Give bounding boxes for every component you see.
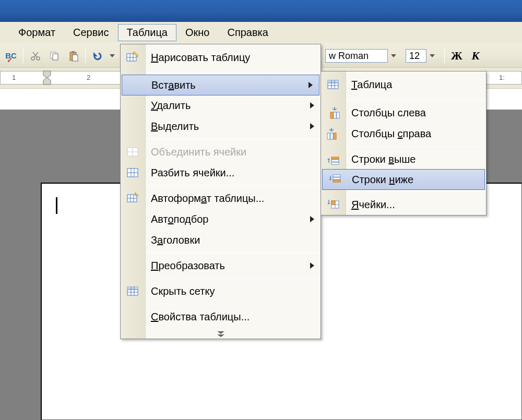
submenu-arrow-icon [309,82,313,88]
menu-item[interactable]: Заголовки [121,230,321,250]
menu-separator [146,253,321,253]
menu-separator [346,191,486,192]
svg-rect-38 [330,112,333,118]
font-name-text: w Roman [329,51,369,61]
ruler-tick: 2 [87,74,90,81]
menu-item[interactable]: Свойства таблицы... [121,306,321,327]
menu-window[interactable]: Окно [176,24,218,41]
menu-item[interactable]: Таблица [321,71,486,98]
font-size-field[interactable]: 12 [406,49,426,63]
text-cursor [56,197,57,214]
svg-rect-36 [334,112,336,118]
undo-dropdown-icon[interactable] [108,49,117,63]
submenu-arrow-icon [310,102,314,109]
menu-item-label: Свойства таблицы... [151,311,250,323]
menu-separator [146,278,321,279]
font-name-dropdown-icon[interactable] [389,49,398,63]
menu-item[interactable]: Вставить [122,75,319,95]
font-size-text: 12 [409,51,420,61]
draw-table-icon [125,50,140,65]
menu-item[interactable]: Ячейки... [321,194,486,215]
menu-item[interactable]: Нарисовать таблицу [121,44,321,70]
menu-item[interactable]: Автоподбор [121,209,321,230]
menu-separator [146,73,321,73]
menu-item[interactable]: Скрыть сетку [121,281,321,302]
indent-marker-icon[interactable] [42,70,52,86]
menu-item[interactable]: Преобразовать [121,255,321,276]
svg-rect-5 [53,54,58,60]
font-size-dropdown-icon[interactable] [428,49,437,63]
menu-item[interactable]: Выделить [121,116,321,137]
menu-item-label: Преобразовать [151,260,225,272]
split-cells-icon [125,165,140,181]
menu-item-label: Нарисовать таблицу [151,52,250,64]
menu-item[interactable]: Столбцы справа [321,123,486,144]
svg-rect-46 [333,175,340,177]
menu-item-label: Таблица [351,79,392,91]
menu-format[interactable]: Формат [9,24,64,41]
menu-separator [346,146,486,147]
table-menu-dropdown: Нарисовать таблицуВставитьУдалитьВыделит… [120,44,321,339]
svg-rect-8 [73,55,78,61]
menu-table[interactable]: Таблица [118,24,176,41]
insert-submenu-dropdown: ТаблицаСтолбцы слеваСтолбцы справаСтроки… [321,71,487,215]
svg-rect-43 [331,162,339,164]
svg-rect-53 [331,201,335,205]
cells-icon [325,197,341,212]
cut-icon[interactable] [28,49,43,63]
menu-item-label: Вставить [151,79,196,91]
menu-item[interactable]: Строки выше [321,149,486,170]
submenu-arrow-icon [310,262,314,269]
menu-item[interactable]: Автоформат таблицы... [121,188,321,209]
ruler-tick: 1 [12,74,16,81]
rows-below-icon [327,172,342,187]
bold-button[interactable]: Ж [449,49,464,63]
svg-rect-41 [334,133,336,139]
hide-grid-icon [125,283,140,299]
menu-item-label: Ячейки... [351,199,395,211]
menu-item-label: Строки выше [351,153,416,165]
menu-item[interactable]: Строки ниже [322,169,485,190]
svg-rect-40 [330,133,333,139]
paste-icon[interactable] [66,49,80,63]
undo-icon[interactable] [90,49,105,63]
cols-left-icon [325,105,341,121]
menu-service[interactable]: Сервис [64,24,118,41]
svg-rect-39 [327,133,330,139]
ruler-tick: 1: [499,74,505,81]
menu-item-label: Столбцы слева [351,107,426,119]
menu-separator [146,139,321,139]
italic-button[interactable]: К [468,49,483,63]
menu-item: Объединить ячейки [121,141,321,162]
menu-help[interactable]: Справка [218,24,277,41]
svg-rect-47 [333,177,340,179]
font-name-field[interactable]: w Roman [325,49,388,63]
menu-item-label: Скрыть сетку [151,285,215,297]
copy-icon[interactable] [47,49,62,63]
menu-separator [346,100,486,100]
toolbar-separator [85,48,86,64]
rows-above-icon [325,151,341,167]
svg-rect-44 [331,157,339,159]
autoformat-icon [125,190,140,206]
svg-rect-7 [72,51,75,53]
menu-item-label: Объединить ячейки [151,146,246,158]
svg-rect-37 [337,112,339,118]
expand-menu-icon[interactable] [121,327,321,339]
menu-item-label: Строки ниже [352,174,413,186]
menu-item[interactable]: Разбить ячейки... [121,162,321,183]
menu-item[interactable]: Удалить [121,95,321,116]
merge-cells-icon [125,144,140,160]
window-titlebar [0,0,522,22]
menu-item-label: Заголовки [151,234,200,246]
submenu-arrow-icon [310,123,314,129]
menu-item-label: Столбцы справа [351,128,431,140]
svg-rect-42 [331,160,339,162]
toolbar-separator [444,48,445,64]
menu-separator [146,304,321,304]
spellcheck-icon[interactable]: BC ✓ [4,49,18,63]
submenu-arrow-icon [310,216,314,222]
menu-item-label: Разбить ячейки... [151,167,234,179]
menu-item[interactable]: Столбцы слева [321,102,486,123]
menubar: Формат Сервис Таблица Окно Справка [0,22,522,44]
